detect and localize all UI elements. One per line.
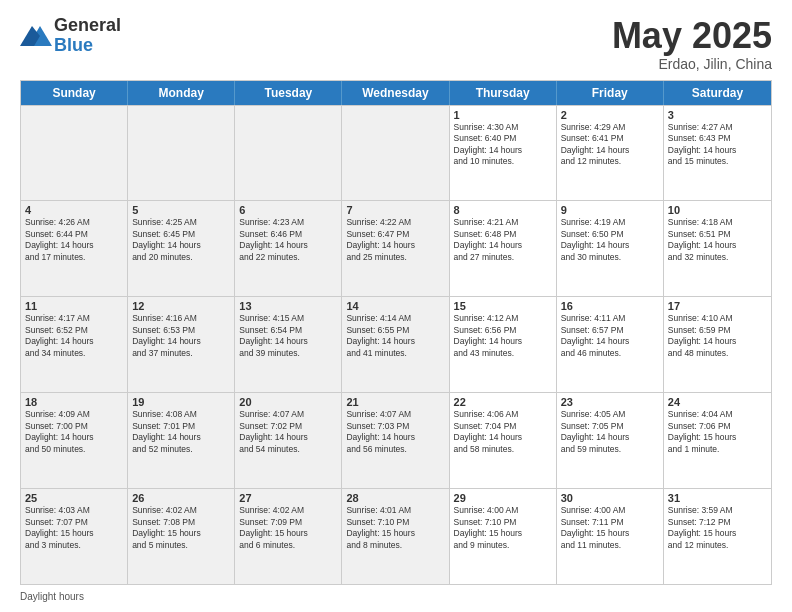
calendar-cell: 2Sunrise: 4:29 AM Sunset: 6:41 PM Daylig… <box>557 106 664 201</box>
calendar-cell: 26Sunrise: 4:02 AM Sunset: 7:08 PM Dayli… <box>128 489 235 584</box>
logo-blue-text: Blue <box>54 36 121 56</box>
calendar-cell: 22Sunrise: 4:06 AM Sunset: 7:04 PM Dayli… <box>450 393 557 488</box>
day-number: 16 <box>561 300 659 312</box>
day-info: Sunrise: 4:21 AM Sunset: 6:48 PM Dayligh… <box>454 217 552 263</box>
calendar-cell: 12Sunrise: 4:16 AM Sunset: 6:53 PM Dayli… <box>128 297 235 392</box>
day-number: 26 <box>132 492 230 504</box>
day-info: Sunrise: 4:26 AM Sunset: 6:44 PM Dayligh… <box>25 217 123 263</box>
day-number: 7 <box>346 204 444 216</box>
day-info: Sunrise: 4:00 AM Sunset: 7:11 PM Dayligh… <box>561 505 659 551</box>
day-info: Sunrise: 4:22 AM Sunset: 6:47 PM Dayligh… <box>346 217 444 263</box>
day-header-tuesday: Tuesday <box>235 81 342 105</box>
calendar-cell <box>342 106 449 201</box>
day-number: 18 <box>25 396 123 408</box>
calendar-week-2: 4Sunrise: 4:26 AM Sunset: 6:44 PM Daylig… <box>21 200 771 296</box>
calendar-cell: 16Sunrise: 4:11 AM Sunset: 6:57 PM Dayli… <box>557 297 664 392</box>
day-info: Sunrise: 4:00 AM Sunset: 7:10 PM Dayligh… <box>454 505 552 551</box>
day-info: Sunrise: 4:29 AM Sunset: 6:41 PM Dayligh… <box>561 122 659 168</box>
calendar-body: 1Sunrise: 4:30 AM Sunset: 6:40 PM Daylig… <box>21 105 771 584</box>
day-info: Sunrise: 4:19 AM Sunset: 6:50 PM Dayligh… <box>561 217 659 263</box>
day-info: Sunrise: 4:01 AM Sunset: 7:10 PM Dayligh… <box>346 505 444 551</box>
day-info: Sunrise: 4:12 AM Sunset: 6:56 PM Dayligh… <box>454 313 552 359</box>
calendar-cell: 4Sunrise: 4:26 AM Sunset: 6:44 PM Daylig… <box>21 201 128 296</box>
calendar-cell: 27Sunrise: 4:02 AM Sunset: 7:09 PM Dayli… <box>235 489 342 584</box>
calendar-cell: 1Sunrise: 4:30 AM Sunset: 6:40 PM Daylig… <box>450 106 557 201</box>
calendar-cell: 19Sunrise: 4:08 AM Sunset: 7:01 PM Dayli… <box>128 393 235 488</box>
page: General Blue May 2025 Erdao, Jilin, Chin… <box>0 0 792 612</box>
day-info: Sunrise: 4:07 AM Sunset: 7:03 PM Dayligh… <box>346 409 444 455</box>
day-header-wednesday: Wednesday <box>342 81 449 105</box>
calendar-week-5: 25Sunrise: 4:03 AM Sunset: 7:07 PM Dayli… <box>21 488 771 584</box>
day-info: Sunrise: 4:16 AM Sunset: 6:53 PM Dayligh… <box>132 313 230 359</box>
day-info: Sunrise: 4:07 AM Sunset: 7:02 PM Dayligh… <box>239 409 337 455</box>
day-number: 9 <box>561 204 659 216</box>
calendar: SundayMondayTuesdayWednesdayThursdayFrid… <box>20 80 772 585</box>
day-number: 12 <box>132 300 230 312</box>
day-number: 2 <box>561 109 659 121</box>
calendar-cell: 17Sunrise: 4:10 AM Sunset: 6:59 PM Dayli… <box>664 297 771 392</box>
calendar-cell: 29Sunrise: 4:00 AM Sunset: 7:10 PM Dayli… <box>450 489 557 584</box>
day-number: 28 <box>346 492 444 504</box>
calendar-cell: 20Sunrise: 4:07 AM Sunset: 7:02 PM Dayli… <box>235 393 342 488</box>
calendar-cell: 14Sunrise: 4:14 AM Sunset: 6:55 PM Dayli… <box>342 297 449 392</box>
day-number: 17 <box>668 300 767 312</box>
day-info: Sunrise: 4:25 AM Sunset: 6:45 PM Dayligh… <box>132 217 230 263</box>
day-number: 15 <box>454 300 552 312</box>
day-number: 14 <box>346 300 444 312</box>
day-number: 8 <box>454 204 552 216</box>
calendar-cell: 5Sunrise: 4:25 AM Sunset: 6:45 PM Daylig… <box>128 201 235 296</box>
day-info: Sunrise: 4:02 AM Sunset: 7:08 PM Dayligh… <box>132 505 230 551</box>
calendar-cell <box>21 106 128 201</box>
day-number: 11 <box>25 300 123 312</box>
title-block: May 2025 Erdao, Jilin, China <box>612 16 772 72</box>
calendar-week-4: 18Sunrise: 4:09 AM Sunset: 7:00 PM Dayli… <box>21 392 771 488</box>
day-number: 30 <box>561 492 659 504</box>
day-number: 6 <box>239 204 337 216</box>
day-header-sunday: Sunday <box>21 81 128 105</box>
day-number: 4 <box>25 204 123 216</box>
day-number: 23 <box>561 396 659 408</box>
day-number: 25 <box>25 492 123 504</box>
logo-icon <box>20 22 52 50</box>
calendar-cell: 28Sunrise: 4:01 AM Sunset: 7:10 PM Dayli… <box>342 489 449 584</box>
day-info: Sunrise: 4:03 AM Sunset: 7:07 PM Dayligh… <box>25 505 123 551</box>
logo-general-text: General <box>54 16 121 36</box>
day-number: 29 <box>454 492 552 504</box>
calendar-cell: 24Sunrise: 4:04 AM Sunset: 7:06 PM Dayli… <box>664 393 771 488</box>
calendar-cell: 23Sunrise: 4:05 AM Sunset: 7:05 PM Dayli… <box>557 393 664 488</box>
calendar-week-1: 1Sunrise: 4:30 AM Sunset: 6:40 PM Daylig… <box>21 105 771 201</box>
calendar-cell: 11Sunrise: 4:17 AM Sunset: 6:52 PM Dayli… <box>21 297 128 392</box>
calendar-header-row: SundayMondayTuesdayWednesdayThursdayFrid… <box>21 81 771 105</box>
calendar-cell: 8Sunrise: 4:21 AM Sunset: 6:48 PM Daylig… <box>450 201 557 296</box>
location: Erdao, Jilin, China <box>612 56 772 72</box>
day-info: Sunrise: 4:27 AM Sunset: 6:43 PM Dayligh… <box>668 122 767 168</box>
calendar-cell: 21Sunrise: 4:07 AM Sunset: 7:03 PM Dayli… <box>342 393 449 488</box>
calendar-cell: 7Sunrise: 4:22 AM Sunset: 6:47 PM Daylig… <box>342 201 449 296</box>
day-number: 3 <box>668 109 767 121</box>
day-info: Sunrise: 4:08 AM Sunset: 7:01 PM Dayligh… <box>132 409 230 455</box>
calendar-cell: 6Sunrise: 4:23 AM Sunset: 6:46 PM Daylig… <box>235 201 342 296</box>
day-number: 1 <box>454 109 552 121</box>
calendar-cell: 15Sunrise: 4:12 AM Sunset: 6:56 PM Dayli… <box>450 297 557 392</box>
day-info: Sunrise: 3:59 AM Sunset: 7:12 PM Dayligh… <box>668 505 767 551</box>
day-number: 22 <box>454 396 552 408</box>
header: General Blue May 2025 Erdao, Jilin, Chin… <box>20 16 772 72</box>
calendar-cell: 18Sunrise: 4:09 AM Sunset: 7:00 PM Dayli… <box>21 393 128 488</box>
day-header-monday: Monday <box>128 81 235 105</box>
logo: General Blue <box>20 16 121 56</box>
footer: Daylight hours <box>20 591 772 602</box>
logo-text: General Blue <box>54 16 121 56</box>
calendar-cell: 9Sunrise: 4:19 AM Sunset: 6:50 PM Daylig… <box>557 201 664 296</box>
day-info: Sunrise: 4:05 AM Sunset: 7:05 PM Dayligh… <box>561 409 659 455</box>
month-title: May 2025 <box>612 16 772 56</box>
day-info: Sunrise: 4:09 AM Sunset: 7:00 PM Dayligh… <box>25 409 123 455</box>
day-number: 27 <box>239 492 337 504</box>
day-number: 13 <box>239 300 337 312</box>
day-info: Sunrise: 4:11 AM Sunset: 6:57 PM Dayligh… <box>561 313 659 359</box>
footer-text: Daylight hours <box>20 591 84 602</box>
day-header-friday: Friday <box>557 81 664 105</box>
day-info: Sunrise: 4:30 AM Sunset: 6:40 PM Dayligh… <box>454 122 552 168</box>
day-number: 10 <box>668 204 767 216</box>
calendar-cell <box>235 106 342 201</box>
day-number: 24 <box>668 396 767 408</box>
